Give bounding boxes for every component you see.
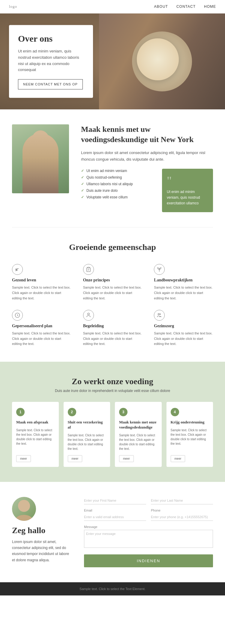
nav-home[interactable]: HOME bbox=[204, 4, 216, 9]
checklist: Ut enim ad minim veniam Quis nostrud-oef… bbox=[81, 169, 156, 212]
about-content: Maak kennis met uw voedingsdeskundige ui… bbox=[81, 124, 213, 212]
nav-about[interactable]: ABOUT bbox=[154, 4, 168, 9]
phone-label: Phone bbox=[151, 509, 213, 512]
logo: logo bbox=[9, 4, 17, 9]
step-title-2: Maak kennis met onze voedingsdeskundige bbox=[119, 420, 158, 430]
plant-icon bbox=[154, 264, 165, 275]
feature-title-1: Onze principes bbox=[83, 278, 142, 283]
step-number-2: 3 bbox=[119, 408, 128, 416]
leaf-icon bbox=[12, 264, 23, 275]
form-group-phone: Phone bbox=[151, 509, 213, 521]
form-group-message: Message bbox=[84, 525, 213, 548]
feature-desc-4: Sample text. Click to select the text bo… bbox=[83, 331, 142, 347]
contact-description: Lorem ipsum dolor sit amet, consectetur … bbox=[12, 539, 72, 563]
contact-left: Zeg hallo Lorem ipsum dolor sit amet, co… bbox=[12, 497, 72, 567]
contact-form: Email Phone Message INDIENEN bbox=[84, 497, 213, 567]
avatar-svg bbox=[12, 497, 36, 521]
navbar: logo ABOUT CONTACT HOME bbox=[0, 0, 225, 13]
feature-item-3: Gepersonaliseerd plan Sample text. Click… bbox=[12, 310, 71, 347]
family-icon bbox=[154, 310, 165, 321]
step-title-3: Krijg ondersteuning bbox=[171, 420, 209, 425]
steps-grid: 1 Maak een afspraak Sample text. Click t… bbox=[12, 402, 213, 467]
svg-point-3 bbox=[160, 314, 161, 315]
about-image bbox=[12, 124, 69, 193]
svg-point-4 bbox=[18, 500, 30, 512]
person-body bbox=[22, 133, 58, 193]
checklist-item-1: Ut enim ad minim veniam bbox=[81, 169, 156, 173]
message-input[interactable] bbox=[84, 530, 213, 548]
feature-desc-0: Sample text. Click to select the text bo… bbox=[12, 285, 71, 301]
step-card-0: 1 Maak een afspraak Sample text. Click t… bbox=[12, 402, 59, 467]
quote-mark-icon: " bbox=[167, 175, 208, 187]
svg-point-2 bbox=[158, 313, 160, 315]
how-title: Zo werkt onze voeding bbox=[12, 377, 213, 386]
step-desc-2: Sample text. Click to select the text bo… bbox=[119, 433, 158, 451]
step-more-2[interactable]: meer bbox=[119, 455, 134, 462]
form-group-email: Email bbox=[84, 509, 146, 521]
step-desc-3: Sample text. Click to select the text bo… bbox=[171, 428, 209, 451]
form-group-firstname bbox=[84, 497, 146, 504]
step-number-1: 2 bbox=[68, 408, 76, 416]
step-desc-0: Sample text. Click to select the text bo… bbox=[16, 428, 55, 451]
feature-desc-2: Sample text. Click to select the text bo… bbox=[154, 285, 213, 301]
feature-desc-5: Sample text. Click to select the text bo… bbox=[154, 331, 213, 347]
nav-links: ABOUT CONTACT HOME bbox=[154, 4, 216, 9]
about-section: Maak kennis met uw voedingsdeskundige ui… bbox=[0, 109, 225, 227]
checklist-item-5: Voluptate velit esse cillum bbox=[81, 195, 156, 199]
footer: Sample text. Click to select the Text El… bbox=[0, 582, 225, 595]
hero-card: Over ons Ut enim ad minim veniam, quis n… bbox=[9, 25, 93, 98]
feature-title-5: Gezinszorg bbox=[154, 324, 213, 328]
email-label: Email bbox=[84, 509, 146, 512]
contact-avatar bbox=[12, 497, 36, 521]
features-grid: Gezond leven Sample text. Click to selec… bbox=[12, 264, 213, 347]
feature-title-0: Gezond leven bbox=[12, 278, 71, 283]
svg-point-5 bbox=[15, 515, 33, 521]
message-label: Message bbox=[84, 525, 213, 529]
step-card-3: 4 Krijg ondersteuning Sample text. Click… bbox=[166, 402, 213, 467]
about-description: Lorem ipsum dolor sit amet consectetur a… bbox=[81, 150, 213, 163]
quote-box: " Ut enim ad minim veniam, quis nostrud … bbox=[162, 169, 213, 212]
hero-title: Over ons bbox=[18, 33, 84, 44]
feature-item-4: Begeleiding Sample text. Click to select… bbox=[83, 310, 142, 347]
feature-item-0: Gezond leven Sample text. Click to selec… bbox=[12, 264, 71, 301]
quote-text: Ut enim ad minim veniam, quis nostrud ex… bbox=[167, 189, 208, 206]
feature-item-5: Gezinszorg Sample text. Click to select … bbox=[154, 310, 213, 347]
hero-description: Ut enim ad minim veniam, quis nostrud ex… bbox=[18, 48, 84, 73]
hero-food-visual bbox=[99, 13, 225, 109]
step-more-0[interactable]: meer bbox=[16, 455, 31, 462]
how-subtitle: Duis aute irure dolor in reprehenderit i… bbox=[12, 389, 213, 393]
community-section: Groeiende gemeenschap Gezond leven Sampl… bbox=[0, 227, 225, 362]
contact-button[interactable]: NEEM CONTACT MET ONS OP bbox=[18, 79, 83, 90]
guide-icon bbox=[83, 310, 94, 321]
chart-icon bbox=[12, 310, 23, 321]
form-group-lastname bbox=[151, 497, 213, 504]
feature-item-1: Onze principes Sample text. Click to sel… bbox=[83, 264, 142, 301]
step-card-2: 3 Maak kennis met onze voedingsdeskundig… bbox=[115, 402, 162, 467]
step-desc-1: Sample text. Click to select the text bo… bbox=[68, 433, 106, 451]
first-name-input[interactable] bbox=[84, 497, 146, 504]
step-card-1: 2 Sluit een verzekering af Sample text. … bbox=[64, 402, 110, 467]
community-title: Groeiende gemeenschap bbox=[12, 242, 213, 252]
about-bottom: Ut enim ad minim veniam Quis nostrud-oef… bbox=[81, 169, 213, 212]
checklist-item-3: Ullamco laboris nisi ut aliquip bbox=[81, 182, 156, 186]
form-row-name bbox=[84, 497, 213, 504]
feature-desc-1: Sample text. Click to select the text bo… bbox=[83, 285, 142, 301]
phone-input[interactable] bbox=[151, 513, 213, 521]
step-number-0: 1 bbox=[16, 408, 25, 416]
contact-section: Zeg hallo Lorem ipsum dolor sit amet, co… bbox=[0, 482, 225, 582]
step-more-3[interactable]: meer bbox=[171, 455, 185, 462]
last-name-input[interactable] bbox=[151, 497, 213, 504]
contact-greeting: Zeg hallo bbox=[12, 526, 72, 535]
hero-section: Over ons Ut enim ad minim veniam, quis n… bbox=[0, 13, 225, 109]
footer-text: Sample text. Click to select the Text El… bbox=[5, 587, 220, 591]
checklist-item-4: Duis aute irure dolo bbox=[81, 188, 156, 193]
step-more-1[interactable]: meer bbox=[68, 455, 82, 462]
about-title: Maak kennis met uw voedingsdeskundige ui… bbox=[81, 124, 213, 145]
email-input[interactable] bbox=[84, 513, 146, 521]
submit-button[interactable]: INDIENEN bbox=[84, 554, 213, 567]
checklist-item-2: Quis nostrud-oefening bbox=[81, 175, 156, 180]
feature-title-3: Gepersonaliseerd plan bbox=[12, 324, 71, 328]
feature-title-2: Landbouwpraktijken bbox=[154, 278, 213, 283]
nav-contact[interactable]: CONTACT bbox=[176, 4, 196, 9]
svg-rect-0 bbox=[88, 267, 89, 268]
